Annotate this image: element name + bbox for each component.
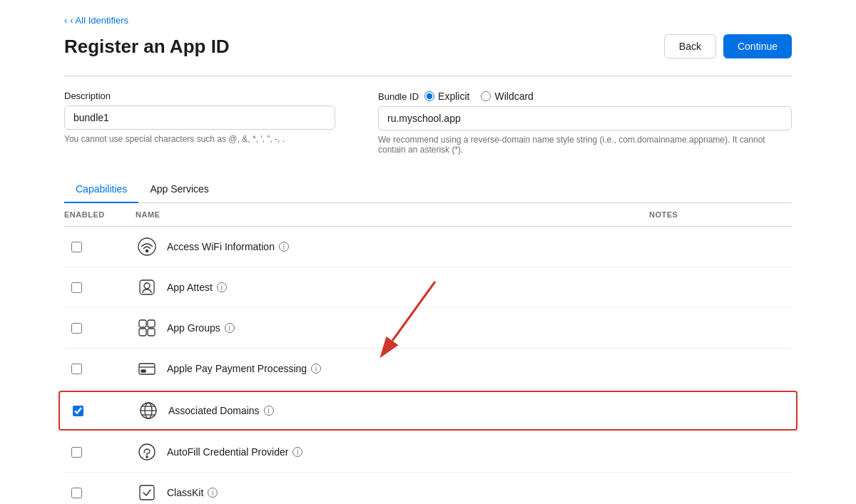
wildcard-label: Wildcard <box>494 91 533 102</box>
cap-name-classkit: ClassKit i <box>167 487 218 498</box>
cap-name-associated-domains: Associated Domains i <box>168 405 274 416</box>
svg-rect-6 <box>139 329 146 336</box>
capability-row-access-wifi: Access WiFi Information i <box>64 227 792 267</box>
capability-row-apple-pay: Apple Pay Payment Processing i <box>64 349 792 389</box>
icon-apple-pay <box>136 357 158 380</box>
capability-row-classkit: ClassKit i <box>64 473 792 504</box>
col-notes-header: NOTES <box>649 210 792 219</box>
info-icon-app-groups[interactable]: i <box>225 323 235 333</box>
cap-name-autofill: AutoFill Credential Provider i <box>167 446 302 458</box>
name-cell-apple-pay: Apple Pay Payment Processing i <box>136 357 649 380</box>
tab-app-services[interactable]: App Services <box>138 176 220 203</box>
capability-row-associated-domains: Associated Domains i <box>58 391 798 431</box>
icon-classkit <box>136 481 158 504</box>
capability-row-app-attest: App Attest i <box>64 267 792 308</box>
svg-rect-2 <box>140 280 154 294</box>
icon-app-groups <box>136 317 158 339</box>
description-hint: You cannot use special characters such a… <box>64 134 335 144</box>
icon-app-attest <box>136 276 158 299</box>
info-icon-apple-pay[interactable]: i <box>311 364 321 374</box>
checkbox-cell-autofill <box>64 447 136 458</box>
info-icon-classkit[interactable]: i <box>208 488 218 498</box>
explicit-radio-option[interactable]: Explicit <box>424 91 469 102</box>
wildcard-radio-option[interactable]: Wildcard <box>481 91 533 102</box>
svg-point-3 <box>144 283 150 289</box>
svg-rect-8 <box>139 364 155 374</box>
tab-capabilities[interactable]: Capabilities <box>64 176 138 203</box>
checkbox-apple-pay[interactable] <box>71 364 82 374</box>
bundle-id-input[interactable] <box>378 106 792 130</box>
info-icon-autofill[interactable]: i <box>292 447 302 457</box>
tabs-container: Capabilities App Services <box>64 176 792 203</box>
bundle-id-label: Bundle ID <box>378 91 419 102</box>
checkbox-cell-app-attest <box>64 282 136 293</box>
cap-name-app-attest: App Attest i <box>167 282 227 293</box>
checkbox-classkit[interactable] <box>71 488 82 498</box>
info-icon-access-wifi[interactable]: i <box>279 242 289 252</box>
icon-access-wifi <box>136 235 158 258</box>
page-title: Register an App ID <box>64 36 230 58</box>
wildcard-radio[interactable] <box>481 91 491 101</box>
svg-rect-18 <box>140 485 154 500</box>
capability-row-autofill: AutoFill Credential Provider i <box>64 432 792 473</box>
checkbox-access-wifi[interactable] <box>71 242 82 252</box>
svg-rect-10 <box>141 370 146 372</box>
checkbox-cell-classkit <box>64 488 136 498</box>
name-cell-autofill: AutoFill Credential Provider i <box>136 441 649 463</box>
name-cell-app-attest: App Attest i <box>136 276 649 299</box>
svg-point-17 <box>146 456 148 458</box>
svg-point-1 <box>146 250 148 252</box>
header-divider <box>64 76 792 76</box>
table-header: ENABLED NAME NOTES <box>64 203 792 227</box>
info-icon-app-attest[interactable]: i <box>217 282 227 292</box>
checkbox-cell-associated-domains <box>66 406 137 416</box>
checkbox-app-attest[interactable] <box>71 282 82 293</box>
checkbox-cell-apple-pay <box>64 364 136 374</box>
capabilities-table: Access WiFi Information i App Attest i <box>64 227 792 504</box>
svg-rect-5 <box>148 320 155 327</box>
cap-name-access-wifi: Access WiFi Information i <box>167 241 289 252</box>
checkbox-associated-domains[interactable] <box>73 406 83 416</box>
capability-row-app-groups: App Groups i <box>64 308 792 349</box>
back-button[interactable]: Back <box>664 34 716 58</box>
svg-rect-7 <box>148 329 155 336</box>
name-cell-app-groups: App Groups i <box>136 317 649 339</box>
back-link-text: ‹ All Identifiers <box>70 15 128 26</box>
col-name-header: NAME <box>136 210 649 219</box>
chevron-left-icon: ‹ <box>64 15 67 26</box>
explicit-radio[interactable] <box>424 91 434 101</box>
explicit-label: Explicit <box>438 91 469 102</box>
name-cell-associated-domains: Associated Domains i <box>137 399 648 422</box>
svg-rect-4 <box>139 320 146 327</box>
checkbox-app-groups[interactable] <box>71 323 82 334</box>
icon-autofill <box>136 441 158 463</box>
cap-name-app-groups: App Groups i <box>167 322 235 334</box>
checkbox-autofill[interactable] <box>71 447 82 458</box>
continue-button[interactable]: Continue <box>723 34 792 58</box>
back-link[interactable]: ‹ ‹ All Identifiers <box>64 15 128 26</box>
icon-associated-domains <box>137 399 160 422</box>
cap-name-apple-pay: Apple Pay Payment Processing i <box>167 363 321 374</box>
description-input[interactable] <box>64 106 335 130</box>
checkbox-cell-access-wifi <box>64 242 136 252</box>
name-cell-access-wifi: Access WiFi Information i <box>136 235 649 258</box>
description-label: Description <box>64 91 335 101</box>
info-icon-associated-domains[interactable]: i <box>264 406 274 416</box>
checkbox-cell-app-groups <box>64 323 136 334</box>
col-enabled-header: ENABLED <box>64 210 136 219</box>
bundle-id-hint: We recommend using a reverse-domain name… <box>378 135 792 155</box>
name-cell-classkit: ClassKit i <box>136 481 649 504</box>
